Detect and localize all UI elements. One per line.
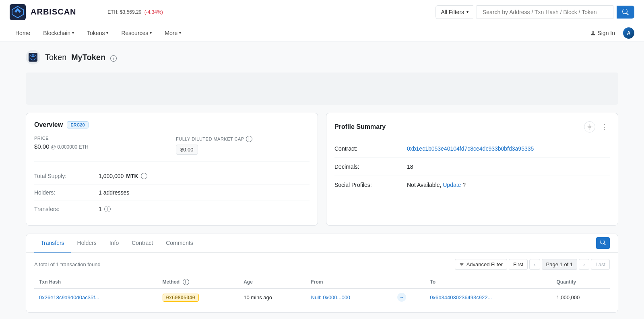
- tab-search-area: [596, 237, 610, 249]
- token-label: Token: [45, 53, 66, 62]
- market-cap-info-icon[interactable]: i: [246, 136, 252, 142]
- tab-comments[interactable]: Comments: [159, 234, 200, 253]
- social-question: ?: [461, 182, 466, 188]
- decimals-value: 18: [407, 164, 413, 170]
- search-input[interactable]: [477, 5, 613, 19]
- nav-blockchain[interactable]: Blockchain ▾: [37, 26, 80, 40]
- cell-age: 10 mins ago: [239, 289, 306, 306]
- col-txn-hash: Txn Hash: [34, 276, 158, 289]
- search-icon: [600, 240, 606, 245]
- col-from: From: [306, 276, 393, 289]
- price-field: PRICE $0.00 @ 0.000000 ETH: [34, 136, 168, 155]
- method-badge: 0x60806040: [163, 294, 199, 302]
- search-button[interactable]: [617, 6, 634, 19]
- contract-row: Contract: 0xb1ec1b053e40104fd7c8ce4dc933…: [334, 140, 610, 158]
- method-info-icon[interactable]: i: [183, 279, 189, 285]
- tabs-content: A total of 1 transaction found Advanced …: [26, 253, 618, 312]
- cell-quantity: 1,000,000: [551, 289, 610, 306]
- filter-label: All Filters: [441, 9, 464, 15]
- profile-summary-title: Profile Summary: [334, 123, 386, 130]
- holders-label: Holders:: [34, 189, 99, 196]
- price-row: PRICE $0.00 @ 0.000000 ETH FULLY DILUTED…: [34, 136, 310, 162]
- profile-card-header: Profile Summary ⋮: [334, 121, 610, 133]
- transfers-info-icon[interactable]: i: [104, 206, 111, 212]
- last-page-button[interactable]: Last: [591, 259, 610, 270]
- overview-card: Overview ERC20 PRICE $0.00 @ 0.000000 ET…: [26, 113, 318, 226]
- tab-contract[interactable]: Contract: [125, 234, 159, 253]
- nav-home[interactable]: Home: [10, 26, 36, 40]
- cell-from: Null: 0x000...000: [306, 289, 393, 306]
- contract-value: 0xb1ec1b053e40104fd7c8ce4dc933b0bfd3a953…: [407, 145, 534, 152]
- social-update-link[interactable]: Update: [443, 182, 461, 188]
- col-method: Method i: [158, 276, 239, 289]
- erc20-badge: ERC20: [67, 121, 88, 128]
- holders-value: 1 addresses: [99, 189, 129, 196]
- token-logo: [26, 50, 40, 64]
- social-not-avail: Not Available,: [407, 182, 443, 188]
- contract-label: Contract:: [334, 145, 407, 152]
- total-supply-info-icon[interactable]: i: [141, 173, 147, 179]
- eth-price-bar: ETH: $3,569.29 (-4.34%): [107, 9, 163, 15]
- token-info-icon[interactable]: i: [110, 55, 117, 62]
- txn-hash-link[interactable]: 0x26e18c9a9d0d0ac35f...: [39, 294, 99, 300]
- nav-tokens[interactable]: Tokens ▾: [81, 26, 114, 40]
- total-supply-row: Total Supply: 1,000,000 MTK i: [34, 168, 310, 184]
- theme-toggle[interactable]: [584, 121, 595, 133]
- col-quantity: Quantity: [551, 276, 610, 289]
- tabs-header: Transfers Holders Info Contract Comments: [26, 234, 618, 253]
- prev-page-button[interactable]: ‹: [529, 259, 540, 270]
- filter-select[interactable]: All Filters ▾: [436, 5, 473, 19]
- overview-card-header: Overview ERC20: [34, 121, 310, 128]
- header-left: ARBISCAN: [10, 4, 76, 20]
- chevron-down-icon: ▾: [72, 31, 74, 35]
- tab-holders[interactable]: Holders: [71, 234, 103, 253]
- col-age: Age: [239, 276, 306, 289]
- transfers-row: Transfers: 1 i: [34, 201, 310, 217]
- adv-filter-label: Advanced Filter: [466, 261, 503, 267]
- ad-banner: [26, 72, 618, 105]
- eth-change: (-4.34%): [144, 9, 163, 15]
- table-row: 0x26e18c9a9d0d0ac35f... 0x60806040 10 mi…: [34, 289, 610, 306]
- transfer-arrow-icon: →: [397, 293, 406, 302]
- market-cap-value: $0.00: [176, 145, 310, 155]
- first-page-button[interactable]: First: [509, 259, 528, 270]
- transfers-value: 1 i: [99, 206, 111, 212]
- chevron-down-icon: ▾: [466, 10, 469, 14]
- cell-arrow: →: [392, 289, 425, 306]
- user-avatar[interactable]: A: [623, 27, 634, 39]
- tab-transfers[interactable]: Transfers: [34, 234, 71, 253]
- logo-text: ARBISCAN: [31, 7, 76, 17]
- col-arrow: [392, 276, 425, 289]
- chevron-down-icon: ▾: [150, 31, 152, 35]
- social-value: Not Available, Update ?: [407, 182, 466, 188]
- social-row: Social Profiles: Not Available, Update ?: [334, 176, 610, 194]
- cell-txn-hash: 0x26e18c9a9d0d0ac35f...: [34, 289, 158, 306]
- nav-more[interactable]: More ▾: [159, 26, 187, 40]
- from-address-link[interactable]: Null: 0x000...000: [311, 294, 351, 300]
- social-label: Social Profiles:: [334, 182, 407, 188]
- token-logo-icon: [29, 53, 37, 62]
- more-options-button[interactable]: ⋮: [599, 121, 610, 133]
- total-supply-value: 1,000,000 MTK i: [99, 173, 147, 179]
- sign-in-button[interactable]: Sign In: [585, 27, 620, 39]
- contract-address-link[interactable]: 0xb1ec1b053e40104fd7c8ce4dc933b0bfd3a953…: [407, 145, 534, 152]
- header: ARBISCAN ETH: $3,569.29 (-4.34%) All Fil…: [0, 0, 644, 24]
- tab-info[interactable]: Info: [103, 234, 125, 253]
- market-cap-field: FULLY DILUTED MARKET CAP i $0.00: [176, 136, 310, 155]
- next-page-button[interactable]: ›: [579, 259, 589, 270]
- col-to: To: [425, 276, 551, 289]
- holders-row: Holders: 1 addresses: [34, 184, 310, 201]
- filter-icon: [459, 262, 464, 267]
- decimals-label: Decimals:: [334, 164, 407, 170]
- sun-icon: [587, 124, 592, 130]
- search-icon: [622, 9, 629, 15]
- main-nav: Home Blockchain ▾ Tokens ▾ Resources ▾ M…: [0, 24, 644, 42]
- profile-summary-card: Profile Summary ⋮ Contract: 0xb1ec1b053e…: [326, 113, 618, 226]
- advanced-filter-button[interactable]: Advanced Filter: [455, 259, 507, 270]
- to-address-link[interactable]: 0x6b344030236493c922...: [430, 294, 492, 300]
- price-sub: @ 0.000000 ETH: [51, 144, 89, 150]
- nav-resources[interactable]: Resources ▾: [116, 26, 157, 40]
- user-icon: [590, 30, 596, 36]
- tab-search-button[interactable]: [596, 237, 610, 249]
- results-bar: A total of 1 transaction found Advanced …: [34, 259, 610, 270]
